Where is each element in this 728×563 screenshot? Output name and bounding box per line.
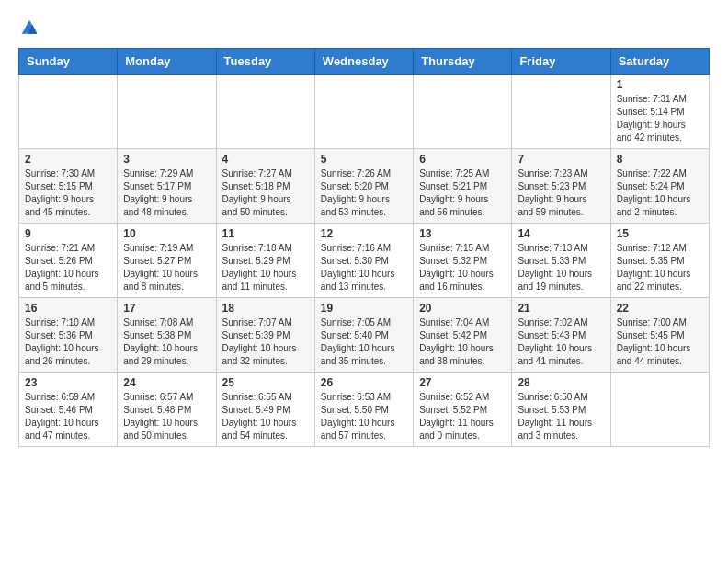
calendar-cell: 15Sunrise: 7:12 AM Sunset: 5:35 PM Dayli… xyxy=(610,224,709,298)
calendar-cell: 25Sunrise: 6:55 AM Sunset: 5:49 PM Dayli… xyxy=(216,373,314,447)
day-number: 4 xyxy=(222,153,309,166)
calendar-cell: 16Sunrise: 7:10 AM Sunset: 5:36 PM Dayli… xyxy=(19,298,118,373)
calendar-cell: 10Sunrise: 7:19 AM Sunset: 5:27 PM Dayli… xyxy=(118,224,216,298)
day-number: 26 xyxy=(321,376,407,389)
day-content: Sunrise: 7:26 AM Sunset: 5:20 PM Dayligh… xyxy=(321,167,407,219)
calendar-cell: 19Sunrise: 7:05 AM Sunset: 5:40 PM Dayli… xyxy=(314,298,413,373)
calendar-cell: 20Sunrise: 7:04 AM Sunset: 5:42 PM Dayli… xyxy=(414,298,512,373)
day-content: Sunrise: 6:53 AM Sunset: 5:50 PM Dayligh… xyxy=(321,391,407,442)
calendar-header-monday: Monday xyxy=(118,49,216,75)
day-content: Sunrise: 6:52 AM Sunset: 5:52 PM Dayligh… xyxy=(419,391,506,442)
day-number: 23 xyxy=(25,376,111,389)
day-number: 27 xyxy=(419,376,506,389)
calendar-cell: 28Sunrise: 6:50 AM Sunset: 5:53 PM Dayli… xyxy=(512,373,610,447)
calendar-cell: 2Sunrise: 7:30 AM Sunset: 5:15 PM Daylig… xyxy=(19,149,118,224)
day-content: Sunrise: 7:25 AM Sunset: 5:21 PM Dayligh… xyxy=(419,167,506,219)
calendar-cell: 4Sunrise: 7:27 AM Sunset: 5:18 PM Daylig… xyxy=(216,149,314,224)
day-number: 8 xyxy=(617,153,703,166)
calendar-cell: 5Sunrise: 7:26 AM Sunset: 5:20 PM Daylig… xyxy=(314,149,413,224)
calendar-cell: 14Sunrise: 7:13 AM Sunset: 5:33 PM Dayli… xyxy=(512,224,610,298)
day-number: 10 xyxy=(123,227,210,240)
day-number: 19 xyxy=(321,302,407,315)
day-number: 7 xyxy=(518,153,604,166)
calendar-cell: 7Sunrise: 7:23 AM Sunset: 5:23 PM Daylig… xyxy=(512,149,610,224)
calendar-cell: 24Sunrise: 6:57 AM Sunset: 5:48 PM Dayli… xyxy=(118,373,216,447)
logo-icon xyxy=(20,18,39,37)
calendar-cell: 1Sunrise: 7:31 AM Sunset: 5:14 PM Daylig… xyxy=(610,75,709,149)
day-content: Sunrise: 7:31 AM Sunset: 5:14 PM Dayligh… xyxy=(617,93,703,144)
day-number: 5 xyxy=(321,153,407,166)
day-number: 12 xyxy=(321,227,407,240)
calendar-cell xyxy=(19,75,118,149)
day-number: 13 xyxy=(419,227,506,240)
calendar-cell xyxy=(414,75,512,149)
day-number: 14 xyxy=(518,227,604,240)
calendar-cell: 11Sunrise: 7:18 AM Sunset: 5:29 PM Dayli… xyxy=(216,224,314,298)
calendar-cell: 17Sunrise: 7:08 AM Sunset: 5:38 PM Dayli… xyxy=(118,298,216,373)
calendar-header-tuesday: Tuesday xyxy=(216,49,314,75)
calendar-cell xyxy=(216,75,314,149)
day-content: Sunrise: 7:00 AM Sunset: 5:45 PM Dayligh… xyxy=(617,316,703,368)
calendar-cell: 13Sunrise: 7:15 AM Sunset: 5:32 PM Dayli… xyxy=(414,224,512,298)
calendar-cell: 23Sunrise: 6:59 AM Sunset: 5:46 PM Dayli… xyxy=(19,373,118,447)
calendar-header-row: SundayMondayTuesdayWednesdayThursdayFrid… xyxy=(19,49,710,75)
day-content: Sunrise: 7:29 AM Sunset: 5:17 PM Dayligh… xyxy=(123,167,210,219)
calendar-week-0: 1Sunrise: 7:31 AM Sunset: 5:14 PM Daylig… xyxy=(19,75,710,149)
day-number: 22 xyxy=(617,302,703,315)
calendar-header-saturday: Saturday xyxy=(610,49,709,75)
day-content: Sunrise: 7:08 AM Sunset: 5:38 PM Dayligh… xyxy=(123,316,210,368)
day-content: Sunrise: 7:04 AM Sunset: 5:42 PM Dayligh… xyxy=(419,316,506,368)
calendar-table: SundayMondayTuesdayWednesdayThursdayFrid… xyxy=(18,48,710,447)
day-content: Sunrise: 7:30 AM Sunset: 5:15 PM Dayligh… xyxy=(25,167,111,219)
day-content: Sunrise: 6:57 AM Sunset: 5:48 PM Dayligh… xyxy=(123,391,210,442)
day-content: Sunrise: 7:22 AM Sunset: 5:24 PM Dayligh… xyxy=(617,167,703,219)
day-content: Sunrise: 7:12 AM Sunset: 5:35 PM Dayligh… xyxy=(617,242,703,293)
calendar-header-sunday: Sunday xyxy=(19,49,118,75)
day-content: Sunrise: 7:15 AM Sunset: 5:32 PM Dayligh… xyxy=(419,242,506,293)
calendar-cell xyxy=(610,373,709,447)
day-number: 20 xyxy=(419,302,506,315)
calendar-cell xyxy=(314,75,413,149)
calendar-week-4: 23Sunrise: 6:59 AM Sunset: 5:46 PM Dayli… xyxy=(19,373,710,447)
day-number: 15 xyxy=(617,227,703,240)
day-content: Sunrise: 7:19 AM Sunset: 5:27 PM Dayligh… xyxy=(123,242,210,293)
day-number: 24 xyxy=(123,376,210,389)
day-content: Sunrise: 7:05 AM Sunset: 5:40 PM Dayligh… xyxy=(321,316,407,368)
day-number: 28 xyxy=(518,376,604,389)
calendar-cell: 21Sunrise: 7:02 AM Sunset: 5:43 PM Dayli… xyxy=(512,298,610,373)
calendar-header-wednesday: Wednesday xyxy=(314,49,413,75)
day-content: Sunrise: 7:16 AM Sunset: 5:30 PM Dayligh… xyxy=(321,242,407,293)
day-content: Sunrise: 7:21 AM Sunset: 5:26 PM Dayligh… xyxy=(25,242,111,293)
day-number: 2 xyxy=(25,153,111,166)
day-content: Sunrise: 7:18 AM Sunset: 5:29 PM Dayligh… xyxy=(222,242,309,293)
calendar-cell: 3Sunrise: 7:29 AM Sunset: 5:17 PM Daylig… xyxy=(118,149,216,224)
day-number: 16 xyxy=(25,302,111,315)
day-number: 18 xyxy=(222,302,309,315)
day-number: 11 xyxy=(222,227,309,240)
day-content: Sunrise: 7:23 AM Sunset: 5:23 PM Dayligh… xyxy=(518,167,604,219)
calendar-cell: 27Sunrise: 6:52 AM Sunset: 5:52 PM Dayli… xyxy=(414,373,512,447)
day-number: 6 xyxy=(419,153,506,166)
calendar-cell xyxy=(512,75,610,149)
calendar-cell: 9Sunrise: 7:21 AM Sunset: 5:26 PM Daylig… xyxy=(19,224,118,298)
day-number: 1 xyxy=(617,78,703,91)
calendar-week-3: 16Sunrise: 7:10 AM Sunset: 5:36 PM Dayli… xyxy=(19,298,710,373)
day-number: 17 xyxy=(123,302,210,315)
calendar-cell: 26Sunrise: 6:53 AM Sunset: 5:50 PM Dayli… xyxy=(314,373,413,447)
page-header xyxy=(18,18,710,39)
logo xyxy=(18,18,39,39)
day-number: 25 xyxy=(222,376,309,389)
day-content: Sunrise: 7:07 AM Sunset: 5:39 PM Dayligh… xyxy=(222,316,309,368)
calendar-cell: 12Sunrise: 7:16 AM Sunset: 5:30 PM Dayli… xyxy=(314,224,413,298)
calendar-cell: 22Sunrise: 7:00 AM Sunset: 5:45 PM Dayli… xyxy=(610,298,709,373)
day-number: 21 xyxy=(518,302,604,315)
calendar-week-2: 9Sunrise: 7:21 AM Sunset: 5:26 PM Daylig… xyxy=(19,224,710,298)
day-content: Sunrise: 7:27 AM Sunset: 5:18 PM Dayligh… xyxy=(222,167,309,219)
day-content: Sunrise: 6:55 AM Sunset: 5:49 PM Dayligh… xyxy=(222,391,309,442)
day-content: Sunrise: 7:10 AM Sunset: 5:36 PM Dayligh… xyxy=(25,316,111,368)
calendar-header-thursday: Thursday xyxy=(414,49,512,75)
day-number: 3 xyxy=(123,153,210,166)
calendar-cell: 6Sunrise: 7:25 AM Sunset: 5:21 PM Daylig… xyxy=(414,149,512,224)
day-content: Sunrise: 7:13 AM Sunset: 5:33 PM Dayligh… xyxy=(518,242,604,293)
day-content: Sunrise: 6:59 AM Sunset: 5:46 PM Dayligh… xyxy=(25,391,111,442)
